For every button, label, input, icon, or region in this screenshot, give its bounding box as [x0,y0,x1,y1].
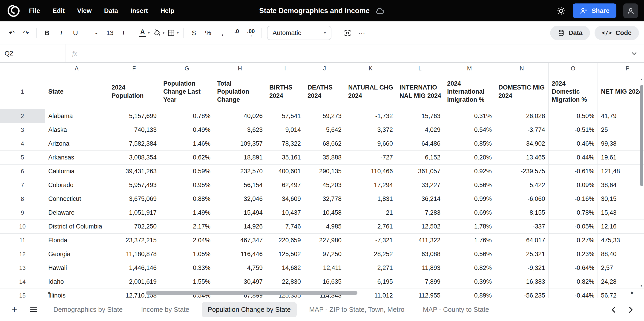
cell-I13[interactable]: 14,682 [266,261,304,275]
cell-J6[interactable]: 290,135 [304,165,345,178]
cell-J8[interactable]: 32,778 [304,192,345,206]
cell-G12[interactable]: 1.05% [160,247,214,261]
percent-format-button[interactable]: % [202,26,215,40]
tabs-scroll-right-button[interactable] [626,305,635,314]
cell-O14[interactable]: 0.82% [548,275,598,289]
cell-A8[interactable]: Connecticut [45,192,108,206]
cell-G14[interactable]: 1.55% [160,275,214,289]
cell-I14[interactable]: 22,830 [266,275,304,289]
cell-I9[interactable]: 10,437 [266,206,304,220]
cell-M4[interactable]: 0.85% [444,137,495,151]
cell-G11[interactable]: 2.04% [160,234,214,247]
cell-O3[interactable]: -0.51% [548,123,598,137]
cell-L5[interactable]: 6,152 [396,151,444,165]
column-header-h[interactable]: H [214,63,266,74]
cell-H5[interactable]: 18,891 [214,151,266,165]
cell-J10[interactable]: 4,985 [304,220,345,234]
row-header-12[interactable]: 12 [0,247,45,261]
cell-H11[interactable]: 467,347 [214,234,266,247]
bold-button[interactable]: B [40,26,54,40]
cell-I6[interactable]: 400,601 [266,165,304,178]
row-header-9[interactable]: 9 [0,206,45,220]
row-header-5[interactable]: 5 [0,151,45,165]
cell-F5[interactable]: 3,088,354 [108,151,160,165]
cell-N12[interactable]: 25,321 [495,247,548,261]
cell-L8[interactable]: 36,214 [396,192,444,206]
cell-M9[interactable]: 0.69% [444,206,495,220]
cell-M12[interactable]: 0.56% [444,247,495,261]
cell-J9[interactable]: 10,458 [304,206,345,220]
scroll-down-button[interactable]: ▼ [640,284,643,287]
column-header-i[interactable]: I [266,63,304,74]
cell-reference-box[interactable]: Q2 [0,45,66,62]
cell-J11[interactable]: 227,980 [304,234,345,247]
cell-J7[interactable]: 45,203 [304,178,345,192]
column-header-l[interactable]: L [396,63,444,74]
decrease-decimal-button[interactable]: .0 ← [230,26,243,40]
underline-button[interactable]: U [69,26,82,40]
tab-income-by-state[interactable]: Income by State [135,302,195,317]
cell-F3[interactable]: 740,133 [108,123,160,137]
cell-F14[interactable]: 2,001,619 [108,275,160,289]
cell-H8[interactable]: 32,046 [214,192,266,206]
cell-G2[interactable]: 0.78% [160,109,214,123]
currency-format-button[interactable]: $ [187,26,200,40]
fill-color-button[interactable]: ▾ [152,26,165,40]
cell-K3[interactable]: 3,372 [345,123,396,137]
menu-item-data[interactable]: Data [104,7,118,15]
cell-P10[interactable]: 12,16 [598,220,644,234]
formula-bar-expand-button[interactable] [630,50,638,57]
cell-P11[interactable]: 475,33 [598,234,644,247]
cell-A9[interactable]: Delaware [45,206,108,220]
cell-N9[interactable]: 8,155 [495,206,548,220]
cell-G3[interactable]: 0.49% [160,123,214,137]
more-options-button[interactable]: ⋯ [355,26,368,40]
cell-G1[interactable]: Population Change Last Year [160,74,214,109]
cell-L14[interactable]: 7,899 [396,275,444,289]
cell-L12[interactable]: 63,088 [396,247,444,261]
cell-O15[interactable]: -0.44% [548,289,598,298]
cell-O7[interactable]: 0.09% [548,178,598,192]
cell-H3[interactable]: 3,623 [214,123,266,137]
cell-I10[interactable]: 7,746 [266,220,304,234]
tab-demographics-by-state[interactable]: Demographics by State [48,302,128,317]
cell-N2[interactable]: 26,028 [495,109,548,123]
row-header-4[interactable]: 4 [0,137,45,151]
cell-H12[interactable]: 116,446 [214,247,266,261]
menu-item-edit[interactable]: Edit [52,7,65,15]
cell-L2[interactable]: 15,763 [396,109,444,123]
cell-K14[interactable]: 6,195 [345,275,396,289]
cell-A5[interactable]: Arkansas [45,151,108,165]
column-header-n[interactable]: N [495,63,548,74]
column-header-a[interactable]: A [45,63,108,74]
cell-J3[interactable]: 5,642 [304,123,345,137]
cell-I3[interactable]: 9,014 [266,123,304,137]
cell-I4[interactable]: 78,322 [266,137,304,151]
cell-P15[interactable]: 56,72 [598,289,644,298]
cell-J14[interactable]: 16,635 [304,275,345,289]
vertical-scrollbar-thumb[interactable] [640,85,643,186]
tabs-scroll-left-button[interactable] [610,305,618,314]
italic-button[interactable]: I [54,26,68,40]
tab-map-zip-to-state-town-metro[interactable]: MAP - ZIP to State, Town, Metro [303,302,410,317]
row-header-8[interactable]: 8 [0,192,45,206]
cell-P5[interactable]: 19,61 [598,151,644,165]
cell-A4[interactable]: Arizona [45,137,108,151]
scroll-right-button[interactable]: ▶ [631,291,634,295]
cell-P6[interactable]: 121,48 [598,165,644,178]
sheet-list-button[interactable] [29,305,38,314]
select-all-corner[interactable] [0,63,45,74]
font-size-increase-button[interactable]: + [117,26,130,40]
formula-input[interactable] [77,45,630,62]
cell-K6[interactable]: 110,466 [345,165,396,178]
cell-F6[interactable]: 39,431,263 [108,165,160,178]
cell-M6[interactable]: 0.92% [444,165,495,178]
cell-G10[interactable]: 2.17% [160,220,214,234]
borders-button[interactable]: ▾ [166,26,180,40]
column-header-j[interactable]: J [304,63,345,74]
cell-N13[interactable]: -9,321 [495,261,548,275]
cell-L10[interactable]: 12,502 [396,220,444,234]
cell-A2[interactable]: Alabama [45,109,108,123]
cell-H7[interactable]: 56,154 [214,178,266,192]
cell-P4[interactable]: 99,38 [598,137,644,151]
